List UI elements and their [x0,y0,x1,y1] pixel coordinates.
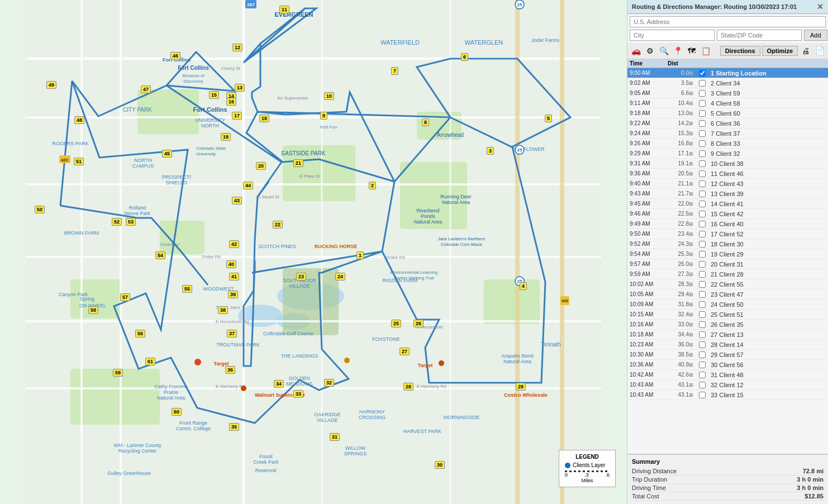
table-row[interactable]: 9:50 AM 23.4 ⊞ 17 Client 52 [627,229,828,239]
route-checkbox[interactable] [699,321,706,328]
route-checkbox[interactable] [699,80,706,87]
expand-icon[interactable]: ⊞ [689,91,699,96]
route-checkbox[interactable] [699,201,706,207]
table-row[interactable]: 9:31 AM 19.1 ⊞ 10 Client 38 [627,159,828,169]
table-row[interactable]: 9:22 AM 14.2 ⊞ 6 Client 36 [627,118,828,129]
route-checkbox[interactable] [699,110,706,117]
route-checkbox[interactable] [699,140,706,147]
expand-icon[interactable]: ⊞ [689,131,699,136]
expand-icon[interactable]: ⊞ [689,292,699,297]
expand-icon[interactable]: ⊞ [689,171,699,177]
print-icon[interactable]: 🖨 [800,45,812,57]
list-icon[interactable]: 📋 [699,45,712,57]
route-checkbox[interactable] [699,281,706,288]
route-checkbox[interactable] [699,130,706,137]
table-row[interactable]: 10:42 AM 42.6 ⊞ 31 Client 48 [627,370,828,380]
table-row[interactable]: 9:00 AM 0.0 ⊞ 1 Starting Location [627,68,828,78]
expand-icon[interactable]: ⊞ [689,312,699,317]
route-checkbox[interactable] [699,351,706,358]
table-row[interactable]: 10:05 AM 29.4 ⊞ 23 Client 47 [627,289,828,299]
route-checkbox[interactable] [699,291,706,298]
expand-icon[interactable]: ⊞ [689,80,699,86]
expand-icon[interactable]: ⊞ [689,181,699,187]
directions-button[interactable]: Directions [720,46,760,56]
expand-icon[interactable]: ⊞ [689,382,699,388]
map-container[interactable]: EVERGREEN WATERFIELD WATERGLEN CITY PARK… [0,0,627,504]
route-checkbox[interactable] [699,70,706,77]
table-row[interactable]: 9:11 AM 10.4 ⊞ 4 Client 58 [627,98,828,108]
route-checkbox[interactable] [699,241,706,248]
route-checkbox[interactable] [699,271,706,278]
table-row[interactable]: 9:59 AM 27.3 ⊞ 21 Client 28 [627,269,828,279]
route-checkbox[interactable] [699,211,706,217]
expand-icon[interactable]: ⊞ [689,121,699,126]
table-row[interactable]: 9:05 AM 6.6 ⊞ 3 Client 59 [627,88,828,98]
search-icon[interactable]: 🔍 [658,45,670,57]
table-row[interactable]: 10:43 AM 43.1 ⊞ 33 Client 15 [627,390,828,400]
expand-icon[interactable]: ⊞ [689,201,699,207]
expand-icon[interactable]: ⊞ [689,362,699,368]
route-checkbox[interactable] [699,90,706,97]
table-row[interactable]: 9:02 AM 3.5 ⊞ 2 Client 34 [627,78,828,88]
optimize-button[interactable]: Optimize [762,46,798,56]
table-row[interactable]: 9:24 AM 15.3 ⊞ 7 Client 37 [627,129,828,139]
expand-icon[interactable]: ⊞ [689,272,699,277]
table-row[interactable]: 10:09 AM 31.8 ⊞ 24 Client 50 [627,299,828,310]
expand-icon[interactable]: ⊞ [689,241,699,247]
expand-icon[interactable]: ⊞ [689,392,699,398]
table-row[interactable]: 10:23 AM 36.0 ⊞ 28 Client 14 [627,340,828,350]
route-checkbox[interactable] [699,160,706,167]
expand-icon[interactable]: ⊞ [689,111,699,116]
expand-icon[interactable]: ⊞ [689,261,699,267]
table-row[interactable]: 9:52 AM 24.3 ⊞ 18 Client 30 [627,239,828,249]
route-checkbox[interactable] [699,191,706,197]
expand-icon[interactable]: ⊞ [689,101,699,106]
table-row[interactable]: 10:36 AM 40.9 ⊞ 30 Client 56 [627,360,828,370]
table-row[interactable]: 9:45 AM 22.0 ⊞ 14 Client 41 [627,199,828,209]
table-row[interactable]: 9:54 AM 25.3 ⊞ 19 Client 29 [627,249,828,259]
expand-icon[interactable]: ⊞ [689,342,699,348]
add-button[interactable]: Add [804,30,827,41]
expand-icon[interactable]: ⊞ [689,251,699,257]
expand-icon[interactable]: ⊞ [689,302,699,307]
route-checkbox[interactable] [699,180,706,187]
expand-icon[interactable]: ⊞ [689,151,699,156]
map-icon[interactable]: 🗺 [686,45,698,57]
expand-icon[interactable]: ⊞ [689,332,699,337]
expand-icon[interactable]: ⊞ [689,70,699,76]
expand-icon[interactable]: ⊞ [689,231,699,237]
expand-icon[interactable]: ⊞ [689,282,699,287]
expand-icon[interactable]: ⊞ [689,221,699,227]
table-row[interactable]: 10:15 AM 32.4 ⊞ 25 Client 51 [627,310,828,320]
expand-icon[interactable]: ⊞ [689,191,699,197]
route-checkbox[interactable] [699,251,706,258]
settings-icon[interactable]: ⚙ [644,45,656,57]
route-checkbox[interactable] [699,231,706,237]
table-row[interactable]: 9:36 AM 20.5 ⊞ 11 Client 46 [627,169,828,179]
expand-icon[interactable]: ⊞ [689,372,699,378]
table-row[interactable]: 9:46 AM 22.5 ⊞ 15 Client 42 [627,209,828,219]
table-row[interactable]: 9:40 AM 21.1 ⊞ 12 Client 43 [627,179,828,189]
route-checkbox[interactable] [699,392,706,398]
route-checkbox[interactable] [699,362,706,368]
route-checkbox[interactable] [699,261,706,268]
expand-icon[interactable]: ⊞ [689,141,699,146]
export-icon[interactable]: 📄 [813,45,826,57]
table-row[interactable]: 9:18 AM 13.0 ⊞ 5 Client 60 [627,108,828,118]
route-checkbox[interactable] [699,341,706,348]
car-icon[interactable]: 🚗 [630,45,642,57]
table-row[interactable]: 9:26 AM 16.8 ⊞ 8 Client 33 [627,139,828,149]
zip-input[interactable] [717,30,802,41]
expand-icon[interactable]: ⊞ [689,322,699,327]
route-checkbox[interactable] [699,382,706,388]
route-list[interactable]: 9:00 AM 0.0 ⊞ 1 Starting Location 9:02 A… [627,68,828,454]
table-row[interactable]: 9:49 AM 22.8 ⊞ 16 Client 40 [627,219,828,229]
expand-icon[interactable]: ⊞ [689,352,699,358]
route-checkbox[interactable] [699,311,706,318]
table-row[interactable]: 10:30 AM 38.5 ⊞ 29 Client 57 [627,350,828,360]
close-button[interactable]: ✕ [817,2,824,11]
route-checkbox[interactable] [699,331,706,338]
table-row[interactable]: 9:29 AM 17.1 ⊞ 9 Client 32 [627,149,828,159]
route-checkbox[interactable] [699,301,706,308]
table-row[interactable]: 9:57 AM 26.0 ⊞ 20 Client 31 [627,259,828,269]
